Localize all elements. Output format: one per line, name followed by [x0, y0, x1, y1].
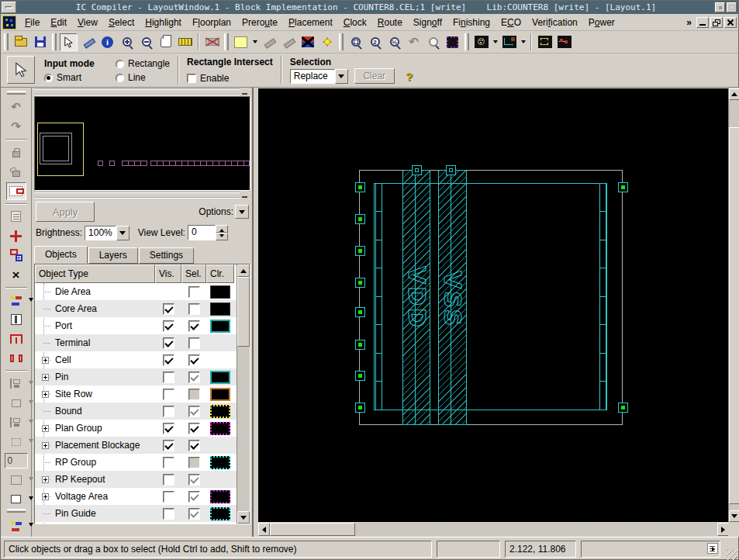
- scroll-right-button[interactable]: [717, 523, 729, 536]
- menu-overflow-chevron[interactable]: »: [686, 17, 692, 28]
- object-table-row[interactable]: Pin: [35, 368, 237, 385]
- brightness-button[interactable]: [318, 33, 336, 51]
- selectable-checkbox[interactable]: [188, 508, 200, 520]
- scroll-down-button[interactable]: [729, 510, 739, 522]
- color-swatch-button[interactable]: [232, 33, 250, 51]
- scroll-left-button[interactable]: [258, 523, 270, 536]
- overview-panel-header[interactable]: [34, 88, 250, 95]
- tree-expander-icon[interactable]: [42, 391, 49, 398]
- left-port[interactable]: [355, 371, 365, 381]
- column-header-sel[interactable]: Sel.: [181, 264, 206, 283]
- selectable-checkbox[interactable]: [188, 286, 200, 298]
- system-menu-button[interactable]: [2, 2, 16, 13]
- window-resize-grip[interactable]: [727, 549, 737, 560]
- menu-placement[interactable]: Placement: [283, 15, 338, 30]
- layer-view-button[interactable]: [472, 33, 490, 51]
- menu-finishing[interactable]: Finishing: [447, 15, 496, 30]
- right-port[interactable]: [618, 403, 628, 413]
- create-shape-button[interactable]: [6, 490, 26, 508]
- object-table-row[interactable]: RP Group: [35, 454, 237, 471]
- select-mode-button[interactable]: [7, 56, 35, 84]
- visibility-checkbox[interactable]: [163, 303, 174, 315]
- brightness-combo[interactable]: 100%: [85, 226, 129, 240]
- tree-expander-icon[interactable]: [42, 374, 49, 381]
- color-swatch[interactable]: [210, 302, 230, 316]
- menu-floorplan[interactable]: Floorplan: [187, 15, 237, 30]
- pan-button[interactable]: [157, 33, 174, 51]
- object-table-row[interactable]: Site Row: [35, 385, 237, 403]
- child-close-button[interactable]: [724, 17, 737, 28]
- color-swatch[interactable]: [210, 507, 230, 520]
- selectable-checkbox[interactable]: [188, 372, 200, 383]
- left-port[interactable]: [355, 214, 365, 224]
- column-header-vis[interactable]: Vis.: [155, 264, 181, 283]
- log-icon[interactable]: [707, 543, 718, 554]
- visibility-checkbox[interactable]: [163, 320, 174, 332]
- color-swatch[interactable]: [210, 456, 230, 469]
- flip-button[interactable]: [6, 311, 26, 329]
- view-level-up-button[interactable]: [216, 225, 228, 233]
- selectable-checkbox[interactable]: [188, 440, 200, 451]
- zoom-in-button[interactable]: [118, 33, 136, 51]
- selectable-checkbox[interactable]: [188, 389, 200, 400]
- left-port[interactable]: [355, 307, 365, 317]
- left-port[interactable]: [355, 340, 365, 350]
- selectable-checkbox[interactable]: [188, 491, 200, 503]
- menu-highlight[interactable]: Highlight: [140, 15, 187, 30]
- left-port[interactable]: [355, 182, 365, 192]
- visibility-checkbox[interactable]: [163, 423, 174, 434]
- menu-verification[interactable]: Verification: [527, 15, 583, 30]
- scroll-trough[interactable]: [270, 523, 717, 536]
- rectangle-intersect-enable-checkbox[interactable]: Enable: [187, 73, 273, 84]
- highlight-button[interactable]: [444, 33, 461, 51]
- tab-settings[interactable]: Settings: [139, 247, 194, 264]
- toolbar-grip[interactable]: [52, 33, 57, 50]
- tree-expander-icon[interactable]: [42, 476, 49, 483]
- toolbar-grip[interactable]: [4, 33, 9, 50]
- layer-view-dropdown[interactable]: [491, 33, 499, 51]
- map-mode-button[interactable]: [500, 33, 518, 51]
- expand-cell-button[interactable]: [536, 33, 554, 51]
- scroll-up-button[interactable]: [729, 88, 739, 100]
- selectable-checkbox[interactable]: [188, 354, 200, 366]
- flyline-button[interactable]: [6, 292, 26, 309]
- object-table-row[interactable]: Core Area: [35, 300, 237, 317]
- objects-collapse-button[interactable]: [240, 192, 249, 199]
- tab-objects[interactable]: Objects: [34, 246, 88, 264]
- view-level-down-button[interactable]: [216, 233, 228, 240]
- object-table-row[interactable]: Port: [35, 317, 237, 334]
- color-swatch[interactable]: [210, 422, 230, 435]
- selectable-checkbox[interactable]: [188, 423, 200, 434]
- overview-minimap[interactable]: [34, 96, 250, 191]
- options-dropdown[interactable]: [235, 205, 249, 219]
- menu-file[interactable]: File: [19, 15, 45, 30]
- toolbar-grip[interactable]: [339, 33, 344, 50]
- menu-eco[interactable]: ECO: [496, 15, 527, 30]
- open-button[interactable]: [12, 33, 29, 51]
- child-minimize-button[interactable]: [696, 17, 709, 28]
- menu-clock[interactable]: Clock: [338, 15, 372, 30]
- scroll-trough[interactable]: [729, 100, 739, 510]
- color-swatch[interactable]: [210, 405, 230, 418]
- object-table-row[interactable]: Terminal: [35, 334, 237, 351]
- left-port[interactable]: [355, 403, 365, 413]
- tree-expander-icon[interactable]: [42, 357, 49, 364]
- net-connect-button[interactable]: [555, 33, 573, 51]
- title-maximize-button[interactable]: [727, 2, 737, 12]
- tab-layers[interactable]: Layers: [88, 247, 138, 264]
- color-swatch[interactable]: [210, 388, 230, 401]
- zoom-fit-button[interactable]: [347, 33, 364, 51]
- ruler-button[interactable]: [176, 33, 194, 51]
- selectable-checkbox[interactable]: [188, 457, 200, 468]
- vdd-terminal[interactable]: [412, 165, 422, 175]
- menu-select[interactable]: Select: [103, 15, 140, 30]
- object-table-row[interactable]: Pin Guide: [35, 505, 237, 522]
- object-table-scrollbar[interactable]: [237, 264, 250, 524]
- object-table-row[interactable]: Voltage Area: [35, 488, 237, 505]
- visibility-checkbox[interactable]: [163, 406, 174, 417]
- layout-canvas[interactable]: VDD VSS: [258, 88, 729, 522]
- copy-button[interactable]: +: [6, 247, 26, 264]
- scroll-down-button[interactable]: [237, 511, 250, 524]
- view-level-spinner[interactable]: 0: [188, 225, 228, 240]
- scroll-up-button[interactable]: [237, 264, 250, 277]
